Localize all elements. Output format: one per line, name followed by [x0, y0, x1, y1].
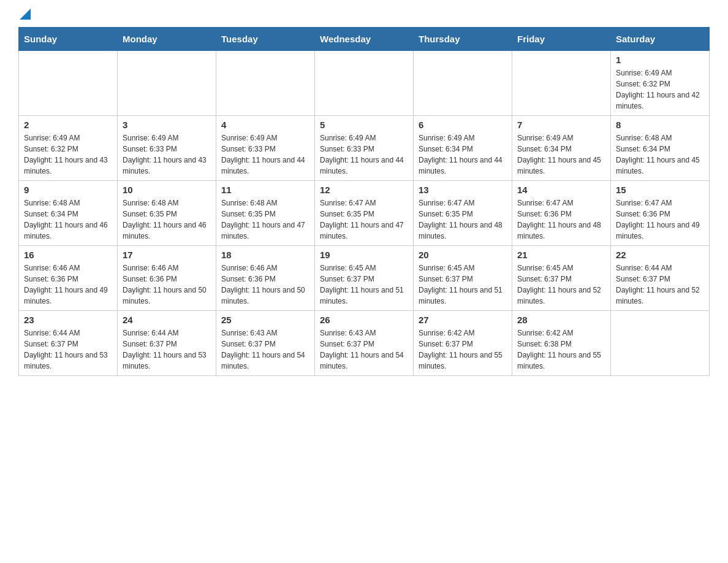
day-number: 27 [419, 315, 507, 325]
day-number: 7 [517, 120, 605, 130]
calendar-cell: 8Sunrise: 6:48 AMSunset: 6:34 PMDaylight… [611, 116, 710, 181]
calendar-cell: 21Sunrise: 6:45 AMSunset: 6:37 PMDayligh… [512, 246, 611, 311]
day-number: 25 [221, 315, 309, 325]
logo [18, 12, 31, 17]
day-info: Sunrise: 6:43 AMSunset: 6:37 PMDaylight:… [221, 327, 309, 372]
logo-triangle-icon [20, 9, 31, 20]
page-header [18, 12, 710, 17]
day-number: 4 [221, 120, 309, 130]
day-info: Sunrise: 6:49 AMSunset: 6:33 PMDaylight:… [221, 132, 309, 177]
calendar-cell [216, 51, 315, 116]
day-info: Sunrise: 6:47 AMSunset: 6:35 PMDaylight:… [320, 197, 408, 242]
day-number: 22 [616, 250, 704, 260]
calendar-cell: 20Sunrise: 6:45 AMSunset: 6:37 PMDayligh… [414, 246, 512, 311]
weekday-header-friday: Friday [512, 28, 611, 51]
calendar-cell: 12Sunrise: 6:47 AMSunset: 6:35 PMDayligh… [315, 181, 414, 246]
weekday-header-sunday: Sunday [19, 28, 118, 51]
calendar-cell: 7Sunrise: 6:49 AMSunset: 6:34 PMDaylight… [512, 116, 611, 181]
day-number: 17 [123, 250, 211, 260]
day-info: Sunrise: 6:45 AMSunset: 6:37 PMDaylight:… [517, 262, 605, 307]
weekday-header-thursday: Thursday [414, 28, 512, 51]
day-info: Sunrise: 6:43 AMSunset: 6:37 PMDaylight:… [320, 327, 408, 372]
weekday-header-wednesday: Wednesday [315, 28, 414, 51]
calendar-cell: 16Sunrise: 6:46 AMSunset: 6:36 PMDayligh… [19, 246, 118, 311]
calendar-cell: 18Sunrise: 6:46 AMSunset: 6:36 PMDayligh… [216, 246, 315, 311]
day-info: Sunrise: 6:49 AMSunset: 6:33 PMDaylight:… [123, 132, 211, 177]
day-number: 18 [221, 250, 309, 260]
calendar-cell: 1Sunrise: 6:49 AMSunset: 6:32 PMDaylight… [611, 51, 710, 116]
day-number: 24 [123, 315, 211, 325]
calendar-cell: 25Sunrise: 6:43 AMSunset: 6:37 PMDayligh… [216, 311, 315, 376]
day-info: Sunrise: 6:48 AMSunset: 6:35 PMDaylight:… [123, 197, 211, 242]
calendar-cell: 6Sunrise: 6:49 AMSunset: 6:34 PMDaylight… [414, 116, 512, 181]
day-number: 19 [320, 250, 408, 260]
day-number: 12 [320, 185, 408, 195]
day-info: Sunrise: 6:44 AMSunset: 6:37 PMDaylight:… [616, 262, 704, 307]
calendar-table: SundayMondayTuesdayWednesdayThursdayFrid… [18, 27, 710, 376]
day-number: 9 [24, 185, 112, 195]
day-info: Sunrise: 6:45 AMSunset: 6:37 PMDaylight:… [320, 262, 408, 307]
day-info: Sunrise: 6:48 AMSunset: 6:34 PMDaylight:… [616, 132, 704, 177]
day-info: Sunrise: 6:44 AMSunset: 6:37 PMDaylight:… [123, 327, 211, 372]
day-info: Sunrise: 6:49 AMSunset: 6:32 PMDaylight:… [616, 67, 704, 112]
day-info: Sunrise: 6:44 AMSunset: 6:37 PMDaylight:… [24, 327, 112, 372]
day-info: Sunrise: 6:47 AMSunset: 6:35 PMDaylight:… [419, 197, 507, 242]
day-info: Sunrise: 6:49 AMSunset: 6:34 PMDaylight:… [419, 132, 507, 177]
day-number: 14 [517, 185, 605, 195]
calendar-cell [118, 51, 216, 116]
day-info: Sunrise: 6:48 AMSunset: 6:35 PMDaylight:… [221, 197, 309, 242]
weekday-header-monday: Monday [118, 28, 216, 51]
calendar-cell: 5Sunrise: 6:49 AMSunset: 6:33 PMDaylight… [315, 116, 414, 181]
day-info: Sunrise: 6:46 AMSunset: 6:36 PMDaylight:… [221, 262, 309, 307]
weekday-header-row: SundayMondayTuesdayWednesdayThursdayFrid… [19, 28, 710, 51]
calendar-cell: 27Sunrise: 6:42 AMSunset: 6:37 PMDayligh… [414, 311, 512, 376]
svg-marker-0 [20, 9, 31, 20]
calendar-cell: 14Sunrise: 6:47 AMSunset: 6:36 PMDayligh… [512, 181, 611, 246]
day-number: 20 [419, 250, 507, 260]
day-number: 21 [517, 250, 605, 260]
calendar-cell: 24Sunrise: 6:44 AMSunset: 6:37 PMDayligh… [118, 311, 216, 376]
calendar-cell: 2Sunrise: 6:49 AMSunset: 6:32 PMDaylight… [19, 116, 118, 181]
day-number: 16 [24, 250, 112, 260]
day-number: 3 [123, 120, 211, 130]
day-info: Sunrise: 6:47 AMSunset: 6:36 PMDaylight:… [616, 197, 704, 242]
day-info: Sunrise: 6:45 AMSunset: 6:37 PMDaylight:… [419, 262, 507, 307]
calendar-cell: 19Sunrise: 6:45 AMSunset: 6:37 PMDayligh… [315, 246, 414, 311]
week-row-3: 9Sunrise: 6:48 AMSunset: 6:34 PMDaylight… [19, 181, 710, 246]
calendar-cell: 28Sunrise: 6:42 AMSunset: 6:38 PMDayligh… [512, 311, 611, 376]
calendar-cell: 4Sunrise: 6:49 AMSunset: 6:33 PMDaylight… [216, 116, 315, 181]
day-number: 23 [24, 315, 112, 325]
day-number: 1 [616, 55, 704, 65]
calendar-cell: 15Sunrise: 6:47 AMSunset: 6:36 PMDayligh… [611, 181, 710, 246]
calendar-cell: 9Sunrise: 6:48 AMSunset: 6:34 PMDaylight… [19, 181, 118, 246]
day-info: Sunrise: 6:42 AMSunset: 6:37 PMDaylight:… [419, 327, 507, 372]
day-number: 2 [24, 120, 112, 130]
day-info: Sunrise: 6:48 AMSunset: 6:34 PMDaylight:… [24, 197, 112, 242]
calendar-cell: 22Sunrise: 6:44 AMSunset: 6:37 PMDayligh… [611, 246, 710, 311]
day-number: 11 [221, 185, 309, 195]
day-info: Sunrise: 6:47 AMSunset: 6:36 PMDaylight:… [517, 197, 605, 242]
calendar-cell [512, 51, 611, 116]
day-number: 26 [320, 315, 408, 325]
week-row-4: 16Sunrise: 6:46 AMSunset: 6:36 PMDayligh… [19, 246, 710, 311]
week-row-1: 1Sunrise: 6:49 AMSunset: 6:32 PMDaylight… [19, 51, 710, 116]
day-number: 6 [419, 120, 507, 130]
day-number: 15 [616, 185, 704, 195]
calendar-cell: 3Sunrise: 6:49 AMSunset: 6:33 PMDaylight… [118, 116, 216, 181]
day-info: Sunrise: 6:42 AMSunset: 6:38 PMDaylight:… [517, 327, 605, 372]
calendar-cell: 23Sunrise: 6:44 AMSunset: 6:37 PMDayligh… [19, 311, 118, 376]
calendar-cell: 17Sunrise: 6:46 AMSunset: 6:36 PMDayligh… [118, 246, 216, 311]
day-number: 10 [123, 185, 211, 195]
calendar-cell: 11Sunrise: 6:48 AMSunset: 6:35 PMDayligh… [216, 181, 315, 246]
day-number: 13 [419, 185, 507, 195]
calendar-cell [611, 311, 710, 376]
day-info: Sunrise: 6:49 AMSunset: 6:34 PMDaylight:… [517, 132, 605, 177]
weekday-header-tuesday: Tuesday [216, 28, 315, 51]
calendar-cell [19, 51, 118, 116]
week-row-5: 23Sunrise: 6:44 AMSunset: 6:37 PMDayligh… [19, 311, 710, 376]
day-number: 28 [517, 315, 605, 325]
day-info: Sunrise: 6:46 AMSunset: 6:36 PMDaylight:… [123, 262, 211, 307]
day-info: Sunrise: 6:46 AMSunset: 6:36 PMDaylight:… [24, 262, 112, 307]
day-info: Sunrise: 6:49 AMSunset: 6:33 PMDaylight:… [320, 132, 408, 177]
calendar-cell: 26Sunrise: 6:43 AMSunset: 6:37 PMDayligh… [315, 311, 414, 376]
